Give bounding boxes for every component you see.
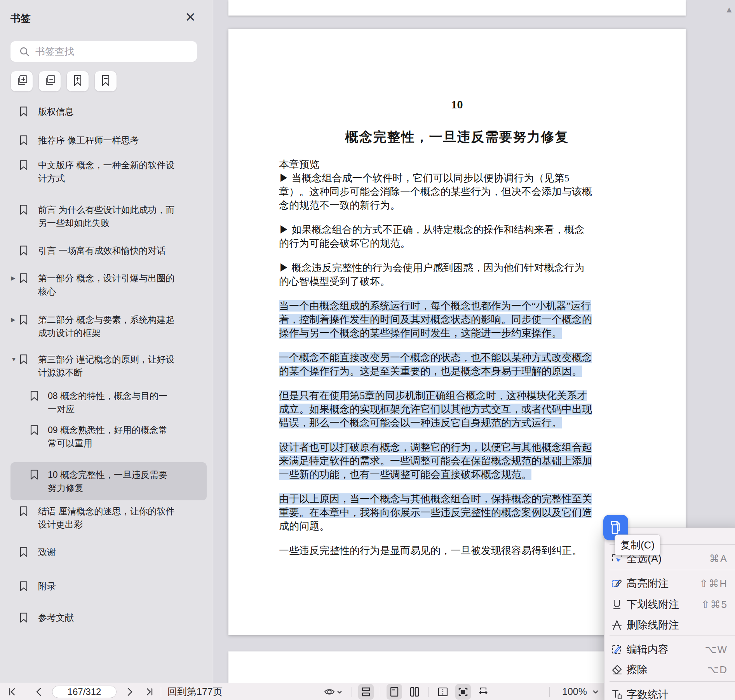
remove-bookmark-button[interactable]	[94, 71, 117, 92]
paragraph: ▶ 如果概念组合的方式不正确，从特定概念的操作和结构来看，概念的行为可能会破坏它…	[279, 223, 644, 250]
paragraph: 一个概念不能直接改变另一个概念的状态，也不能以某种方式改变概念的某个操作行为。这…	[279, 351, 644, 378]
selected-text: 错误，那么一个概念可能会以一种违反它自身规范的方式运行。	[279, 417, 562, 428]
sidebar-title: 书签	[10, 12, 31, 25]
body-text: 念的规范不一致的新行为。	[279, 200, 400, 211]
selected-text: 操作与另一个概念的某些操作同时发生，这能进一步约束操作。	[279, 327, 562, 339]
body-text: 的心智模型受到了破坏。	[279, 276, 390, 287]
bookmark-search-input[interactable]: 书签查找	[10, 41, 197, 62]
collapse-all-button[interactable]	[38, 71, 61, 92]
book-view-icon[interactable]	[435, 684, 451, 700]
edit-content-icon	[611, 644, 623, 655]
add-bookmark-button[interactable]	[66, 71, 89, 92]
menu-item-label: 高亮附注	[627, 576, 669, 590]
collapse-arrow-icon[interactable]: ▼	[11, 356, 17, 362]
body-text: 成的问题。	[279, 521, 329, 532]
zoom-level[interactable]: 100%	[562, 686, 587, 697]
bookmark-icon	[19, 547, 29, 559]
bookmark-icon	[19, 273, 29, 285]
selected-text: 由于以上原因，当一个概念与其他概念组合时，保持概念的完整性至关	[279, 493, 592, 505]
bookmark-label: 推荐序 像工程师一样思考	[38, 134, 175, 147]
menu-item-highlight-annotation[interactable]: 高亮附注⇧⌘H	[604, 573, 735, 594]
pdf-reader-window: { "sidebar": { "title": "书签", "search_pl…	[0, 0, 735, 700]
bookmark-label: 参考文献	[38, 611, 175, 624]
expand-all-icon	[15, 74, 28, 88]
word-count-icon	[611, 689, 623, 700]
text-line: ▶ 当概念组合成一个软件时，它们可以同步以便协调行为（见第5	[279, 171, 644, 185]
chevron-down-icon	[337, 690, 342, 694]
selected-text: 着，控制着操作发生的时间及其对概念状态的影响。同步使一个概念的	[279, 314, 592, 325]
expand-arrow-icon[interactable]: ▶	[11, 275, 17, 282]
prev-page-icon[interactable]	[31, 684, 47, 700]
selected-text: 的某个操作行为。这是至关重要的，也是概念本身易于理解的原因。	[279, 366, 582, 377]
scroll-up-arrow-icon[interactable]: ▲	[725, 5, 733, 15]
next-page-icon[interactable]	[122, 684, 138, 700]
zoom-chevron-down-icon[interactable]	[592, 690, 599, 694]
bookmark-icon	[29, 425, 39, 437]
two-page-icon[interactable]	[407, 684, 422, 700]
menu-item-erase[interactable]: 擦除⌥D	[604, 660, 735, 680]
back-to-page-button[interactable]: 回到第177页	[167, 685, 223, 698]
text-line: 成的问题。	[279, 519, 644, 533]
menu-item-shortcut: ⇧⌘5	[701, 599, 728, 611]
fit-screen-icon[interactable]	[455, 684, 471, 700]
text-line: 来满足特定软件的需求。一些调整可能会在保留概念规范的基础上添加	[279, 454, 644, 468]
bookmark-icon	[19, 354, 29, 366]
selected-text: 一个概念不能直接改变另一个概念的状态，也不能以某种方式改变概念	[279, 352, 592, 363]
strikethrough-annotation-icon	[611, 619, 623, 631]
bookmark-label: 结语 厘清概念的迷思，让你的软件设计更出彩	[38, 505, 175, 531]
bookmark-icon	[19, 135, 29, 147]
expand-all-button[interactable]	[10, 71, 33, 92]
text-line: 操作与另一个概念的某些操作同时发生，这能进一步约束操作。	[279, 326, 644, 340]
bookmarks-sidebar: 书签 ✕ 书签查找 版权信息2推荐序 像工程师一样思考5中文版序 概念，一种全新…	[0, 0, 213, 683]
selected-text: 一些新的功能，也有一些调整可能会直接破坏概念规范。	[279, 469, 531, 480]
body-text: 一些违反完整性的行为是显而易见的，一旦被发现很容易得到纠正。	[279, 545, 582, 556]
menu-item-label: 删除线附注	[627, 618, 679, 632]
menu-item-underline-annotation[interactable]: 下划线附注⇧⌘5	[604, 594, 735, 615]
text-line: 设计者也可以打破原有概念，调整它的行为，以便它与其他概念组合起	[279, 441, 644, 454]
fit-width-icon[interactable]	[475, 684, 491, 700]
text-line: 的心智模型受到了破坏。	[279, 275, 644, 288]
paragraph: 设计者也可以打破原有概念，调整它的行为，以便它与其他概念组合起来满足特定软件的需…	[279, 441, 644, 481]
close-icon[interactable]: ✕	[183, 10, 197, 24]
bookmark-label: 第二部分 概念与要素，系统构建起成功设计的框架	[38, 313, 175, 340]
text-line: ▶ 如果概念组合的方式不正确，从特定概念的操作和结构来看，概念	[279, 223, 644, 237]
bookmark-label: 引言 一场富有成效和愉快的对话	[38, 244, 175, 257]
text-line: 念的规范不一致的新行为。	[279, 199, 644, 212]
continuous-scroll-icon[interactable]	[358, 684, 374, 700]
menu-item-edit-content[interactable]: 编辑内容⌥W	[604, 639, 735, 660]
page-number-input[interactable]: 167/312	[52, 686, 117, 698]
bookmark-label: 中文版序 概念，一种全新的软件设计方式	[38, 158, 175, 185]
text-line: 一个概念不能直接改变另一个概念的状态，也不能以某种方式改变概念	[279, 351, 644, 364]
underline-annotation-icon	[611, 599, 623, 610]
paragraph: 但是只有在使用第5章的同步机制正确组合概念时，这种模块化关系才成立。如果概念的实…	[279, 389, 644, 430]
menu-item-shortcut: ⌘A	[709, 553, 728, 565]
selected-text: 重要。在本章中，我将向你展示一些违反完整性的概念案例以及它们造	[279, 507, 592, 518]
menu-item-strikethrough-annotation[interactable]: 删除线附注	[604, 615, 735, 635]
selected-text: 来满足特定软件的需求。一些调整可能会在保留概念规范的基础上添加	[279, 455, 592, 467]
menu-divider	[610, 681, 735, 682]
body-text: ▶ 概念违反完整性的行为会使用户感到困惑，因为他们针对概念行为	[279, 262, 585, 273]
text-line: 着，控制着操作发生的时间及其对概念状态的影响。同步使一个概念的	[279, 313, 644, 326]
menu-item-shortcut: ⌥W	[705, 644, 728, 656]
collapse-all-icon	[43, 74, 56, 88]
text-line: ▶ 概念违反完整性的行为会使用户感到困惑，因为他们针对概念行为	[279, 261, 644, 275]
selected-text: 设计者也可以打破原有概念，调整它的行为，以便它与其他概念组合起	[279, 442, 592, 453]
text-line: 章）。这种同步可能会消除一个概念的某些行为，但决不会添加与该概	[279, 185, 644, 199]
expand-arrow-icon[interactable]: ▶	[11, 316, 17, 323]
add-bookmark-icon	[72, 74, 84, 88]
menu-item-label: 擦除	[627, 663, 648, 677]
text-line: 但是只有在使用第5章的同步机制正确组合概念时，这种模块化关系才	[279, 389, 644, 402]
bookmark-toolbar	[10, 71, 117, 92]
bookmark-icon	[19, 160, 29, 172]
menu-item-label: 编辑内容	[627, 643, 669, 656]
text-line: 成立。如果概念的实现框架允许它们以其他方式交互，或者代码中出现	[279, 402, 644, 416]
selected-text: 当一个由概念组成的系统运行时，每个概念也都作为一个“小机器”运行	[279, 300, 591, 312]
view-mode-eye-icon[interactable]	[320, 684, 345, 700]
last-page-icon[interactable]	[141, 684, 157, 700]
chapter-title: 概念完整性，一旦违反需要努力修复	[228, 128, 686, 146]
first-page-icon[interactable]	[5, 684, 20, 700]
single-page-icon[interactable]	[387, 684, 402, 700]
text-line: 由于以上原因，当一个概念与其他概念组合时，保持概念的完整性至关	[279, 492, 644, 506]
search-placeholder: 书签查找	[35, 45, 74, 58]
menu-item-word-count[interactable]: 字数统计	[604, 684, 735, 700]
